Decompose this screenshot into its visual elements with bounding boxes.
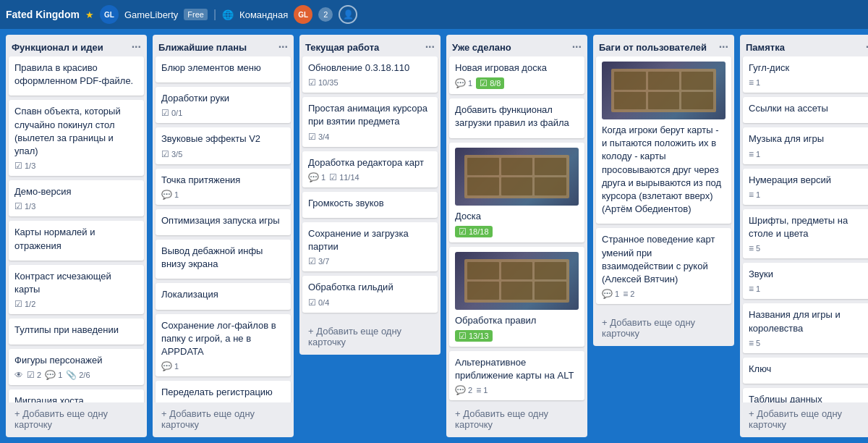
card-comment-badge: 💬 1 <box>308 172 326 182</box>
card-checklist-badge: ☑ 1/3 <box>14 201 35 211</box>
card-title: Спавн объекта, который случайно покинул … <box>14 105 138 158</box>
column-menu-col1[interactable]: ··· <box>132 41 141 54</box>
card[interactable]: Сохранение и загрузка партии☑ 3/7 <box>302 222 438 271</box>
add-card-btn-col4[interactable]: + Добавить еще одну карточку <box>449 404 584 434</box>
card[interactable]: Шрифты, предметы на столе и цвета≡ 5 <box>743 209 868 258</box>
card-title: Оптимизация запуска игры <box>161 214 285 227</box>
card[interactable]: Обновление 0.3.18.110☑ 10/35 <box>302 56 438 93</box>
card-checklist-badge: ☑ 0/4 <box>308 298 329 308</box>
card[interactable]: Музыка для игры≡ 1 <box>743 127 868 164</box>
card-title: Контраст исчезающей карты <box>14 270 138 296</box>
card-checklist-badge: ☑ 3/5 <box>161 149 182 159</box>
card-comment-plain-badge: ≡ 5 <box>749 338 760 348</box>
card[interactable]: Доработки руки☑ 0/1 <box>156 87 291 123</box>
card[interactable]: Контраст исчезающей карты☑ 1/2 <box>9 265 144 314</box>
card[interactable]: Обработка гильдий☑ 0/4 <box>302 276 438 312</box>
card[interactable]: Спавн объекта, который случайно покинул … <box>9 100 144 176</box>
card[interactable]: Тултипы при наведении <box>9 318 144 345</box>
card[interactable]: Когда игроки берут карты - и пытаются по… <box>596 56 731 224</box>
column-menu-col6[interactable]: ··· <box>866 41 868 54</box>
card[interactable]: Доска☑ 18/18 <box>449 143 584 242</box>
card-title: Доработка редактора карт <box>308 156 432 169</box>
column-menu-col2[interactable]: ··· <box>278 41 288 54</box>
card-comment-plain-badge: ≡ 5 <box>749 243 760 253</box>
card-meta: ≡ 1 <box>749 190 868 200</box>
card[interactable]: Обработка правил☑ 13/13 <box>449 247 584 347</box>
card[interactable]: Вывод дебажной инфы внизу экрана <box>156 240 291 279</box>
card[interactable]: Фигуры персонажей👁☑ 2💬 1📎 2/6 <box>9 349 144 385</box>
column-menu-col3[interactable]: ··· <box>425 41 435 54</box>
card[interactable]: Ключ <box>743 358 868 384</box>
card-title: Переделать регистрацию <box>161 386 285 399</box>
card-checklist-green-badge: ☑ 13/13 <box>455 330 493 342</box>
card-title: Карты нормалей и отражения <box>14 226 138 252</box>
card-title: Ссылки на ассеты <box>749 102 868 115</box>
add-card-btn-col5[interactable]: + Добавить еще одну карточку <box>596 313 731 343</box>
card-checklist-badge: ☑ 10/35 <box>308 77 339 88</box>
card[interactable]: Звуки≡ 1 <box>743 263 868 299</box>
card[interactable]: Названия для игры и королевства≡ 5 <box>743 303 868 353</box>
card-checklist-badge: ☑ 1/2 <box>14 299 35 309</box>
card-title: Нумерация версий <box>749 174 868 187</box>
card-title: Точка притяжения <box>161 174 285 187</box>
card[interactable]: Простая анимация курсора при взятии пред… <box>302 97 438 146</box>
card-checklist-green-badge: ☑ 8/8 <box>476 77 504 89</box>
card-meta: ☑ 18/18 <box>455 226 579 237</box>
card-title: Звуковые эффекты V2 <box>161 132 285 145</box>
card-meta: 💬 1 <box>161 361 285 371</box>
card-meta: ☑ 0/4 <box>308 298 432 308</box>
card[interactable]: Локализация <box>156 283 291 309</box>
add-card-btn-col3[interactable]: + Добавить еще одну карточку <box>302 321 438 352</box>
card-title: Гугл-диск <box>749 62 868 75</box>
card-title: Названия для игры и королевства <box>749 308 868 334</box>
column-menu-col5[interactable]: ··· <box>719 41 728 54</box>
card-title: Странное поведение карт умений при взаим… <box>602 233 726 286</box>
card[interactable]: Громкость звуков <box>302 192 438 218</box>
card[interactable]: Карты нормалей и отражения <box>9 221 144 260</box>
card[interactable]: Альтернативное приближение карты на ALT💬… <box>449 351 584 400</box>
card-comment-plain-badge: ≡ 1 <box>749 77 760 88</box>
card[interactable]: Демо-версия☑ 1/3 <box>9 180 144 216</box>
card[interactable]: Ссылки на ассеты <box>743 97 868 123</box>
column-menu-col4[interactable]: ··· <box>572 41 582 54</box>
card[interactable]: Добавить функционал загрузки правил из ф… <box>449 98 584 138</box>
card[interactable]: Нумерация версий≡ 1 <box>743 169 868 205</box>
column-title-col3: Текущая работа <box>305 42 379 53</box>
card[interactable]: Странное поведение карт умений при взаим… <box>596 228 731 304</box>
card[interactable]: Оптимизация запуска игры <box>156 209 291 235</box>
card[interactable]: Сохранение лог-файлов в папку с игрой, а… <box>156 314 291 377</box>
card[interactable]: Доработка редактора карт💬 1☑ 11/14 <box>302 151 438 187</box>
card[interactable]: Точка притяжения💬 1 <box>156 169 291 205</box>
column-header-col5: Баги от пользователей··· <box>593 35 734 56</box>
card-title: Громкость звуков <box>308 197 432 210</box>
card[interactable]: Новая игровая доска💬 1☑ 8/8 <box>449 56 584 94</box>
card-title: Демо-версия <box>14 185 138 198</box>
card-title: Обработка правил <box>455 314 579 327</box>
star-icon[interactable]: ★ <box>85 9 94 20</box>
card-image <box>455 148 579 206</box>
add-card-btn-col1[interactable]: + Добавить еще одну карточку <box>9 404 144 434</box>
card[interactable]: Миграция хоста <box>9 389 144 402</box>
add-card-btn-col2[interactable]: + Добавить еще одну карточку <box>156 404 291 434</box>
card-title: Обработка гильдий <box>308 281 432 294</box>
card[interactable]: Правила в красиво оформленном PDF-файле. <box>9 56 144 96</box>
card[interactable]: Гугл-диск≡ 1 <box>743 56 868 93</box>
card-title: Тултипы при наведении <box>14 324 138 337</box>
card-comment-badge: 💬 1 <box>161 361 179 371</box>
card-checklist-badge: ☑ 3/7 <box>308 256 329 266</box>
card-meta: ☑ 3/5 <box>161 149 285 159</box>
board: Функционал и идеи···Правила в красиво оф… <box>0 29 868 443</box>
card[interactable]: Звуковые эффекты V2☑ 3/5 <box>156 127 291 164</box>
header-avatar-gl: GL <box>100 5 119 24</box>
card[interactable]: Переделать регистрацию <box>156 381 291 402</box>
card-meta: ☑ 1/3 <box>14 161 138 171</box>
card-checklist-badge: ☑ 11/14 <box>329 172 359 182</box>
card-meta: ☑ 10/35 <box>308 77 432 88</box>
card-meta: ☑ 13/13 <box>455 330 579 342</box>
card[interactable]: Блюр элементов меню <box>156 56 291 83</box>
column-title-col2: Ближайшие планы <box>158 42 247 53</box>
card-comment-plain-badge: ≡ 1 <box>749 284 760 294</box>
card[interactable]: Таблицы данных <box>743 388 868 402</box>
add-card-btn-col6[interactable]: + Добавить еще одну карточку <box>743 404 868 434</box>
card-title: Таблицы данных <box>749 393 868 402</box>
